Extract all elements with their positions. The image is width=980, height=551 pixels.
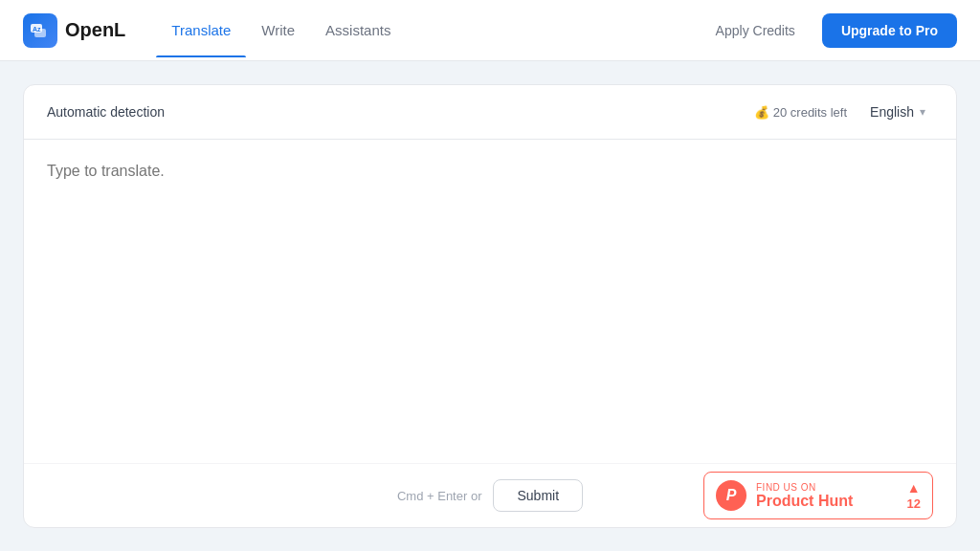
credits-badge: 💰 20 credits left: [754, 105, 847, 120]
nav-right: Apply Credits Upgrade to Pro: [704, 13, 957, 48]
product-hunt-name: Product Hunt: [756, 493, 898, 510]
svg-text:Az: Az: [33, 26, 41, 33]
apply-credits-button[interactable]: Apply Credits: [704, 15, 807, 46]
target-language-label: English: [870, 104, 914, 120]
target-language-selector[interactable]: English ▾: [862, 100, 933, 123]
product-hunt-find-us-label: FIND US ON: [756, 482, 898, 493]
product-hunt-badge[interactable]: P FIND US ON Product Hunt ▲ 12: [703, 472, 933, 519]
upgrade-button[interactable]: Upgrade to Pro: [822, 13, 957, 48]
navbar: Az OpenL Translate Write Assistants Appl…: [0, 0, 980, 61]
app-logo-icon: Az: [23, 13, 57, 48]
keyboard-hint: Cmd + Enter or: [397, 489, 482, 503]
translate-input[interactable]: [47, 163, 933, 440]
app-name: OpenL: [65, 19, 125, 41]
product-hunt-count-area: ▲ 12: [907, 481, 921, 511]
translate-header: Automatic detection 💰 20 credits left En…: [24, 85, 956, 140]
translate-footer: Cmd + Enter or Submit P FIND US ON Produ…: [24, 463, 956, 527]
upvote-arrow-icon: ▲: [907, 481, 921, 495]
nav-translate[interactable]: Translate: [156, 3, 246, 57]
translate-body[interactable]: [24, 140, 956, 463]
chevron-down-icon: ▾: [920, 105, 925, 119]
main-content: Automatic detection 💰 20 credits left En…: [0, 61, 980, 551]
product-hunt-text: FIND US ON Product Hunt: [756, 482, 898, 510]
nav-links: Translate Write Assistants: [156, 3, 703, 57]
nav-write[interactable]: Write: [246, 3, 310, 57]
nav-assistants[interactable]: Assistants: [310, 3, 406, 57]
logo-area: Az OpenL: [23, 13, 125, 48]
source-language-label: Automatic detection: [47, 104, 165, 120]
submit-button[interactable]: Submit: [493, 479, 583, 512]
product-hunt-logo: P: [716, 480, 746, 511]
translate-card: Automatic detection 💰 20 credits left En…: [23, 84, 957, 528]
product-hunt-count: 12: [907, 496, 921, 511]
